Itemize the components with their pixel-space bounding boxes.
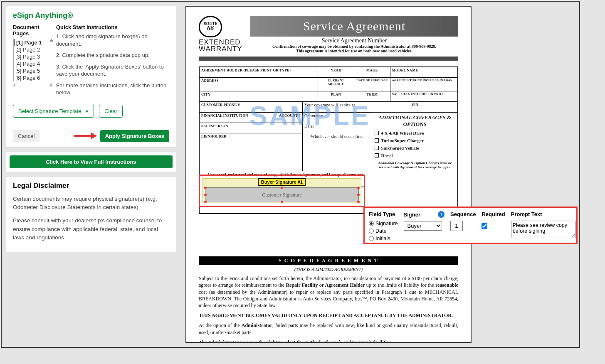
cov-opt-1-label: 4 X 4/All Wheel Drive — [381, 130, 424, 135]
document-preview-area[interactable]: ROUTE 66 EXTENDED WARRANTY Service Agree… — [180, 2, 579, 347]
checkbox-icon — [375, 153, 379, 157]
cell-salesperson: SALESPERSON — [200, 123, 302, 133]
body2: THIS AGREEMENT BECOMES VALID ONLY UPON R… — [199, 312, 453, 318]
page-item-1[interactable]: [1] Page 1 — [13, 39, 53, 46]
cell-date: Date: — [303, 123, 372, 133]
brand-title: eSign Anything® — [13, 11, 169, 20]
resize-handle-bc[interactable] — [281, 201, 283, 203]
view-instructions-button[interactable]: Click Here to View Full Instructions — [10, 155, 173, 168]
instruction-more: For more detailed instructions, click th… — [56, 82, 169, 96]
radio-icon — [369, 221, 374, 226]
quickstart-header: Quick Start Instructions — [56, 24, 169, 30]
cell-year: YEAR — [318, 67, 354, 77]
agreement-number-label: Service Agreement Number — [250, 37, 458, 44]
resize-handle-tc[interactable] — [281, 187, 283, 189]
page-item-4[interactable]: [4] Page 4 — [14, 60, 53, 67]
cell-address: ADDRESS — [200, 78, 318, 91]
select-template-label: Select Signature Template — [18, 108, 81, 114]
prompt-header: Prompt Text — [511, 211, 575, 217]
scroll-left-icon[interactable] — [13, 83, 15, 87]
cell-whichever: Whichever should occur first. — [303, 133, 372, 140]
resize-handle-tr[interactable] — [357, 187, 360, 189]
legal-p1: Certain documents may require physical s… — [13, 195, 169, 212]
cell-make: MAKE — [354, 67, 390, 77]
signature-drop-zone[interactable]: Buyer Signature #1 Customer Signature — [199, 175, 365, 207]
resize-handle-lc[interactable] — [204, 194, 207, 196]
radio-initials[interactable]: Initials — [369, 236, 398, 241]
confirmation-line: Confirmation of coverage may be obtained… — [250, 44, 458, 49]
checkbox-icon — [375, 131, 379, 135]
resize-handle-tl[interactable] — [204, 187, 207, 189]
cell-agreement-holder: AGREEMENT HOLDER (PLEASE PRINT OR TYPE) — [200, 67, 318, 77]
select-template-button[interactable]: Select Signature Template — [13, 105, 94, 118]
document-page[interactable]: ROUTE 66 EXTENDED WARRANTY Service Agree… — [185, 6, 472, 343]
checkbox-icon — [375, 146, 379, 150]
body-para-4: The Administrator reserves the right to … — [199, 339, 458, 343]
addl-cov-title: ADDITIONAL COVERAGES & OPTIONS — [372, 113, 457, 129]
cell-plan: PLAN — [318, 91, 354, 101]
field-type-header: Field Type — [369, 211, 398, 217]
info-icon[interactable]: i — [438, 211, 444, 218]
intended-line: This agreement is intended for use on bo… — [250, 49, 458, 53]
radio-date[interactable]: Date — [369, 228, 398, 234]
cov-opt-2-label: Turbo/Super Charger — [381, 138, 423, 143]
scope-band: S C O P E O F A G R E E M E N T — [199, 256, 458, 265]
cancel-button[interactable]: Cancel — [13, 130, 40, 142]
radio-date-label: Date — [375, 228, 386, 234]
cell-term: TERM — [354, 91, 390, 101]
pages-header: Document Pages — [13, 24, 53, 37]
instruction-step-3: 3. Click the 'Apply Signature Boxes' but… — [56, 63, 169, 78]
sequence-input[interactable] — [450, 221, 463, 231]
legal-heading: Legal Disclaimer — [13, 182, 169, 190]
prompt-text-input[interactable] — [511, 221, 575, 238]
radio-signature-label: Signature — [375, 221, 398, 226]
body1d: reasonable — [435, 282, 458, 288]
radio-signature[interactable]: Signature — [369, 221, 398, 226]
body1c: up to the limits of liability for the — [365, 282, 435, 288]
arrow-annotation-icon — [74, 133, 99, 139]
resize-handle-rc[interactable] — [357, 194, 360, 196]
cell-loan: AGREEMENT PRICE INCLUDED IN LOAN — [390, 78, 457, 91]
page-item-3[interactable]: [3] Page 3 — [14, 53, 53, 60]
cell-expire: Your coverage will expire at — [303, 102, 372, 112]
page-item-5[interactable]: [5] Page 5 — [14, 67, 53, 74]
header-divider — [199, 57, 458, 61]
resize-handle-bl[interactable] — [204, 201, 207, 203]
cov-opt-3: Surcharged Vehicle — [372, 144, 457, 152]
body-para-3: At the option of the Administrator, fail… — [199, 322, 458, 335]
cell-salestax: SALES TAX INCLUDED IN PRICE — [390, 91, 457, 101]
body1b: Repair Facility or Agreement Holder — [286, 282, 365, 288]
signer-header: Signer — [404, 212, 420, 218]
radio-icon — [369, 229, 374, 234]
required-checkbox[interactable] — [482, 223, 487, 229]
scroll-up-icon[interactable] — [49, 39, 53, 42]
cov-opt-3-label: Surcharged Vehicle — [381, 145, 419, 150]
body3a: At the option of the — [199, 322, 242, 328]
scroll-right-icon[interactable] — [50, 83, 53, 87]
signature-field-popup[interactable]: Field Type Signature Date Initials Signe… — [363, 207, 578, 244]
body3b: Administrator — [242, 322, 272, 328]
cov-opt-2: Turbo/Super Charger — [372, 137, 457, 144]
cell-model: MODEL NAME — [390, 67, 457, 77]
logo-text-num: 66 — [207, 25, 214, 31]
doc-title-band: Service Agreement — [250, 16, 458, 37]
cov-opt-4: Diesel — [372, 152, 457, 159]
signature-tag[interactable]: Buyer Signature #1 — [258, 178, 306, 186]
cell-mileage: CURRENT MILEAGE — [318, 78, 354, 91]
resize-handle-br[interactable] — [357, 201, 360, 203]
clear-button[interactable]: Clear — [99, 105, 123, 118]
body4: The Administrator reserves the right to … — [199, 339, 392, 343]
page-item-6[interactable]: [6] Page 6 — [14, 74, 53, 81]
apply-signature-boxes-button[interactable]: Apply Signature Boxes — [100, 130, 169, 142]
cell-lienholder: LIENHOLDER — [200, 133, 302, 143]
limited-sub: (THIS IS A LIMITED AGREEMENT) — [199, 267, 458, 272]
instruction-step-2: 2. Complete the signature data pop up. — [56, 52, 169, 59]
signer-select[interactable]: Buyer — [404, 221, 442, 231]
cell-fin-inst: FINANCIAL INSTITUTION — [200, 113, 269, 123]
page-item-2[interactable]: [2] Page 2 — [14, 46, 53, 53]
radio-icon — [369, 236, 374, 241]
pages-list: [1] Page 1 [2] Page 2 [3] Page 3 [4] Pag… — [13, 39, 53, 81]
signature-box[interactable]: Customer Signature — [205, 187, 359, 202]
body-para-1: Subject to the terms and conditions set … — [199, 275, 458, 309]
cell-city: CITY — [200, 91, 318, 101]
